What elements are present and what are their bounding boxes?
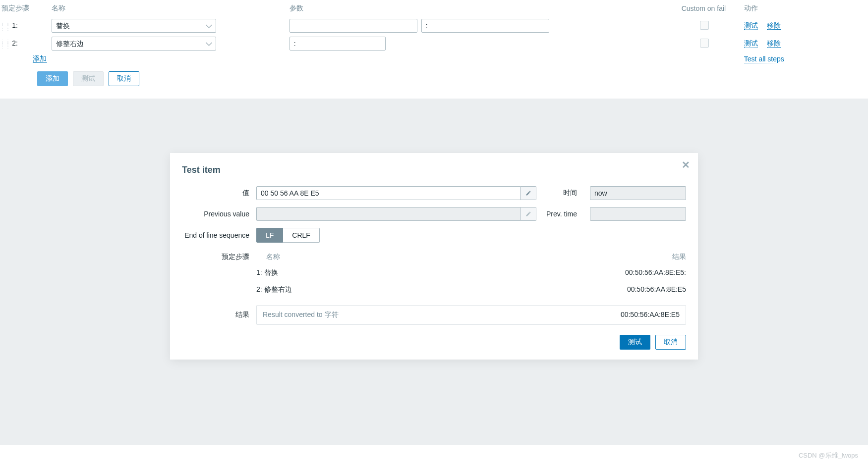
drag-handle-icon[interactable]: ⋮⋮⋮⋮⋮⋮ [0, 40, 5, 48]
prev-time-label: Prev. time [545, 210, 581, 218]
step-row-2: ⋮⋮⋮⋮⋮⋮ 2: 修整右边 测试 移除 [0, 35, 868, 52]
cancel-button[interactable]: 取消 [109, 71, 139, 86]
step-result-header: 结果 [587, 253, 686, 261]
custom-fail-checkbox[interactable] [700, 21, 709, 30]
preprocessing-steps-panel: 预定步骤 名称 参数 Custom on fail 动作 ⋮⋮⋮⋮⋮⋮ 1: 替… [0, 0, 868, 99]
add-step-link[interactable]: 添加 [33, 54, 47, 63]
result-label: 结果 [182, 311, 256, 319]
steps-table: 预定步骤 名称 参数 Custom on fail 动作 ⋮⋮⋮⋮⋮⋮ 1: 替… [0, 0, 868, 65]
close-icon[interactable]: ✕ [682, 159, 690, 171]
test-step-link[interactable]: 测试 [744, 21, 758, 30]
step-result-value: 00:50:56:AA:8E:E5: [587, 268, 686, 277]
remove-step-link[interactable]: 移除 [767, 21, 781, 30]
step-result-name: 2: 修整右边 [256, 285, 587, 294]
modal-title: Test item [182, 165, 686, 175]
form-buttons: 添加 测试 取消 [0, 65, 868, 86]
step-name-select-wrap: 修整右边 [52, 37, 216, 51]
pencil-icon [525, 190, 531, 196]
prev-time-input [590, 207, 686, 221]
prev-value-label: Previous value [182, 210, 256, 218]
prev-value-row: Previous value Prev. time [182, 207, 686, 221]
eol-crlf-button[interactable]: CRLF [283, 228, 320, 243]
param-input-1b[interactable] [421, 19, 549, 33]
steps-result-header: 名称 结果 [256, 250, 686, 264]
steps-label: 预定步骤 [182, 250, 256, 261]
param-input-1a[interactable] [289, 19, 417, 33]
step-result-row: 2: 修整右边 00:50:56:AA:8E:E5 [256, 281, 686, 298]
time-label: 时间 [545, 189, 581, 198]
step-name-select[interactable]: 替换 [52, 19, 216, 33]
time-input[interactable] [590, 186, 686, 200]
modal-buttons: 测试 取消 [182, 335, 686, 350]
step-name-select-wrap: 替换 [52, 19, 216, 33]
eol-label: End of line sequence [182, 231, 256, 239]
custom-fail-checkbox[interactable] [700, 39, 709, 48]
result-box: Result converted to 字符 00:50:56:AA:8E:E5 [256, 305, 686, 325]
test-item-modal: ✕ Test item 值 时间 Previous value [170, 153, 698, 360]
steps-result-row: 预定步骤 名称 结果 1: 替换 00:50:56:AA:8E:E5: 2: 修… [182, 250, 686, 298]
step-result-value: 00:50:56:AA:8E:E5 [587, 285, 686, 294]
value-label: 值 [182, 189, 256, 198]
header-actions: 动作 [744, 0, 868, 17]
eol-row: End of line sequence LF CRLF [182, 228, 686, 243]
test-all-steps-link[interactable]: Test all steps [744, 55, 784, 63]
result-row: 结果 Result converted to 字符 00:50:56:AA:8E… [182, 305, 686, 325]
eol-lf-button[interactable]: LF [256, 228, 283, 243]
result-text: Result converted to 字符 [263, 311, 621, 319]
step-name-select[interactable]: 修整右边 [52, 37, 216, 51]
result-value: 00:50:56:AA:8E:E5 [621, 311, 680, 319]
remove-step-link[interactable]: 移除 [767, 39, 781, 48]
value-edit-button[interactable] [521, 186, 536, 200]
step-result-row: 1: 替换 00:50:56:AA:8E:E5: [256, 264, 686, 281]
step-number: 1: [8, 21, 18, 29]
pencil-icon [525, 211, 531, 217]
header-name: 名称 [52, 0, 289, 17]
add-row: 添加 Test all steps [0, 52, 868, 65]
eol-segment: LF CRLF [256, 228, 320, 243]
background-area: ✕ Test item 值 时间 Previous value [0, 99, 868, 445]
add-button[interactable]: 添加 [37, 71, 68, 86]
step-row-1: ⋮⋮⋮⋮⋮⋮ 1: 替换 测试 移除 [0, 17, 868, 35]
step-name-header: 名称 [256, 253, 587, 261]
header-custom-fail: Custom on fail [668, 0, 744, 17]
prev-value-edit-button[interactable] [521, 207, 536, 221]
step-number: 2: [8, 39, 18, 47]
value-input[interactable] [256, 186, 521, 200]
drag-handle-icon[interactable]: ⋮⋮⋮⋮⋮⋮ [0, 22, 5, 30]
table-header-row: 预定步骤 名称 参数 Custom on fail 动作 [0, 0, 868, 17]
test-step-link[interactable]: 测试 [744, 39, 758, 48]
header-steps: 预定步骤 [0, 0, 52, 17]
test-button-disabled: 测试 [73, 71, 104, 86]
header-param: 参数 [289, 0, 668, 17]
prev-value-input [256, 207, 521, 221]
modal-test-button[interactable]: 测试 [620, 335, 650, 350]
modal-cancel-button[interactable]: 取消 [655, 335, 686, 350]
step-result-name: 1: 替换 [256, 268, 587, 277]
param-input-2a[interactable] [289, 37, 386, 51]
value-row: 值 时间 [182, 186, 686, 200]
